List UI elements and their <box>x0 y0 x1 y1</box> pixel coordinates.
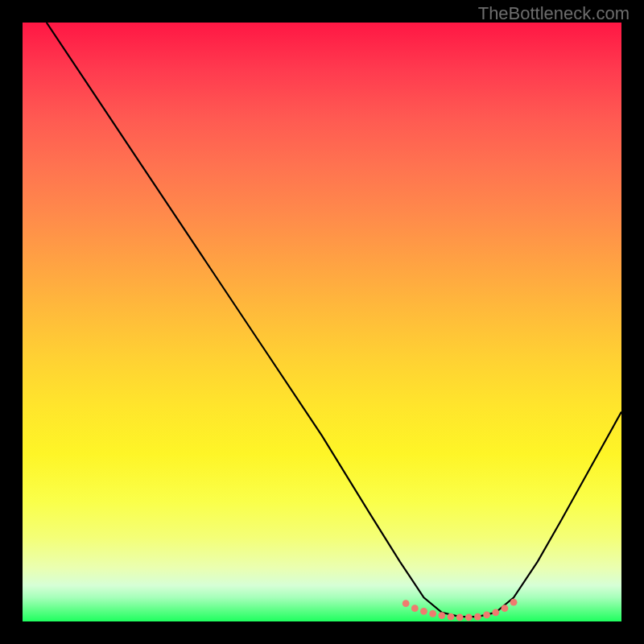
dotted-point <box>448 613 455 621</box>
dotted-point <box>438 612 445 619</box>
dotted-point <box>502 605 509 612</box>
dotted-point <box>474 613 481 621</box>
bottleneck-curve-line <box>47 23 621 617</box>
dotted-point <box>402 600 410 607</box>
dotted-point <box>483 611 490 618</box>
dotted-point <box>411 605 419 612</box>
watermark-text: TheBottleneck.com <box>478 3 630 24</box>
chart-svg <box>23 23 621 621</box>
dotted-point <box>420 608 427 615</box>
dotted-point <box>492 609 499 616</box>
dotted-point <box>456 613 464 621</box>
plot-area <box>23 23 621 621</box>
dotted-point <box>510 599 518 606</box>
dotted-point <box>465 613 473 621</box>
dotted-point <box>429 610 436 617</box>
